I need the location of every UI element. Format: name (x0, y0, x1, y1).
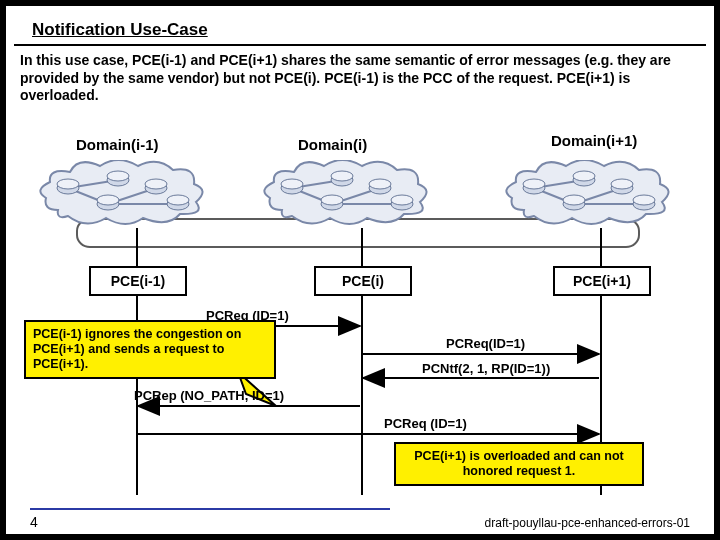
cloud-center (262, 160, 432, 230)
domain-left-label: Domain(i-1) (76, 136, 159, 153)
footer-rule (30, 508, 390, 510)
lifeline-center (361, 295, 363, 495)
msg-rep: PCRep (NO_PATH, ID=1) (134, 388, 284, 403)
connector-left (136, 228, 138, 266)
slide-title: Notification Use-Case (32, 20, 208, 40)
page-number: 4 (30, 514, 38, 530)
domain-right-label: Domain(i+1) (551, 132, 637, 149)
connector-right (600, 228, 602, 266)
slide: Notification Use-Case In this use case, … (6, 6, 714, 534)
connector-center (361, 228, 363, 266)
pce-center-box: PCE(i) (314, 266, 412, 296)
body-paragraph: In this use case, PCE(i-1) and PCE(i+1) … (20, 52, 700, 105)
callout-ignore: PCE(i-1) ignores the congestion on PCE(i… (24, 320, 276, 379)
pce-left-box: PCE(i-1) (89, 266, 187, 296)
domain-center-label: Domain(i) (298, 136, 367, 153)
msg-ntf: PCNtf(2, 1, RP(ID=1)) (422, 361, 550, 376)
cloud-right (504, 160, 674, 230)
title-underline (14, 44, 706, 46)
cloud-left (38, 160, 208, 230)
callout-overload: PCE(i+1) is overloaded and can not honor… (394, 442, 644, 486)
pce-right-box: PCE(i+1) (553, 266, 651, 296)
footer-draft: draft-pouyllau-pce-enhanced-errors-01 (485, 516, 690, 530)
msg-req2: PCReq(ID=1) (446, 336, 525, 351)
msg-req3: PCReq (ID=1) (384, 416, 467, 431)
